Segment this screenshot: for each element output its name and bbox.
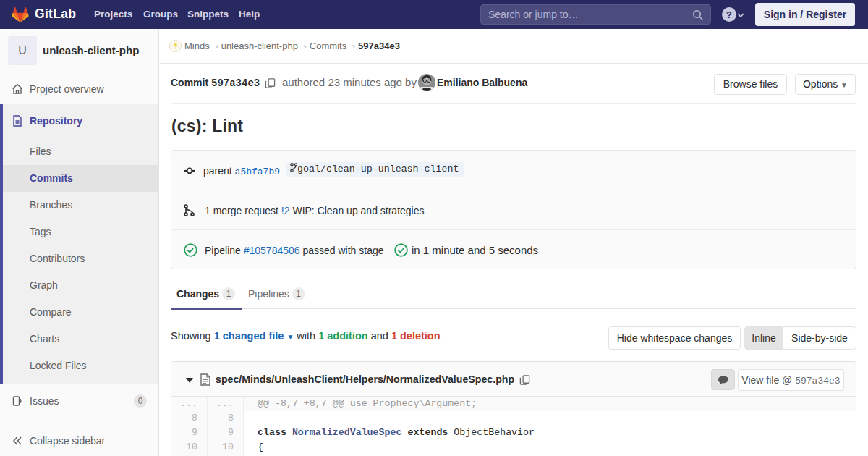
- svg-text:?: ?: [726, 9, 732, 20]
